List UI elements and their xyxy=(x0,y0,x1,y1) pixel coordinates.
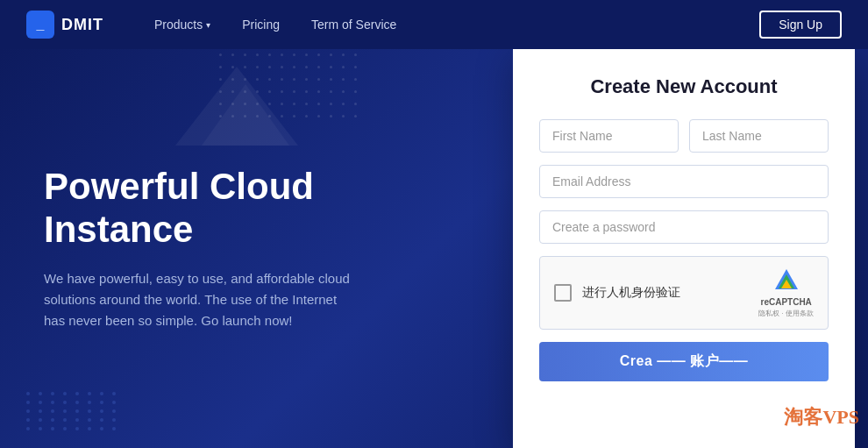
nav-links: Products ▾ Pricing Term of Service xyxy=(139,0,759,49)
last-name-input[interactable] xyxy=(689,119,829,153)
recaptcha-logo-icon xyxy=(772,267,800,295)
password-input[interactable] xyxy=(539,210,829,244)
form-title: Create New Account xyxy=(539,75,829,98)
password-group xyxy=(539,210,829,244)
nav-item-products[interactable]: Products ▾ xyxy=(139,0,226,49)
nav-item-tos[interactable]: Term of Service xyxy=(295,0,412,49)
first-name-input[interactable] xyxy=(539,119,679,153)
recaptcha-label: 进行人机身份验证 xyxy=(582,285,680,301)
hero-description: We have powerful, easy to use, and affor… xyxy=(44,268,359,331)
recaptcha-checkbox[interactable] xyxy=(554,284,572,302)
logo-area[interactable]: _ DMIT xyxy=(26,11,103,39)
main-content: // Will be rendered inline Powerful Clou… xyxy=(0,49,868,448)
hero-section: Powerful Cloud Instance We have powerful… xyxy=(0,49,500,448)
create-account-button[interactable]: Crea —— 账户—— xyxy=(539,342,829,381)
logo-icon: _ xyxy=(26,11,54,39)
watermark: 淘客VPS xyxy=(784,404,859,430)
nav-item-pricing[interactable]: Pricing xyxy=(226,0,295,49)
form-panel: Create New Account 进行人机身份验证 xyxy=(500,49,868,448)
logo-text: DMIT xyxy=(61,16,103,34)
recaptcha-left: 进行人机身份验证 xyxy=(554,284,680,302)
sign-up-button[interactable]: Sign Up xyxy=(759,11,842,39)
dots-decoration xyxy=(26,392,119,430)
recaptcha-widget[interactable]: 进行人机身份验证 reCAPTCHA 隐私权 · 使用条款 xyxy=(539,256,829,330)
email-group xyxy=(539,165,829,198)
recaptcha-right: reCAPTCHA 隐私权 · 使用条款 xyxy=(758,267,814,318)
recaptcha-links-text: 隐私权 · 使用条款 xyxy=(758,309,814,318)
email-input[interactable] xyxy=(539,165,829,198)
name-row xyxy=(539,119,829,153)
navbar-right: Sign Up xyxy=(759,11,842,39)
form-card: Create New Account 进行人机身份验证 xyxy=(513,49,855,448)
chevron-down-icon: ▾ xyxy=(206,20,210,30)
navbar: _ DMIT Products ▾ Pricing Term of Servic… xyxy=(0,0,868,49)
recaptcha-brand-text: reCAPTCHA xyxy=(760,297,811,307)
hero-title: Powerful Cloud Instance xyxy=(44,166,456,251)
